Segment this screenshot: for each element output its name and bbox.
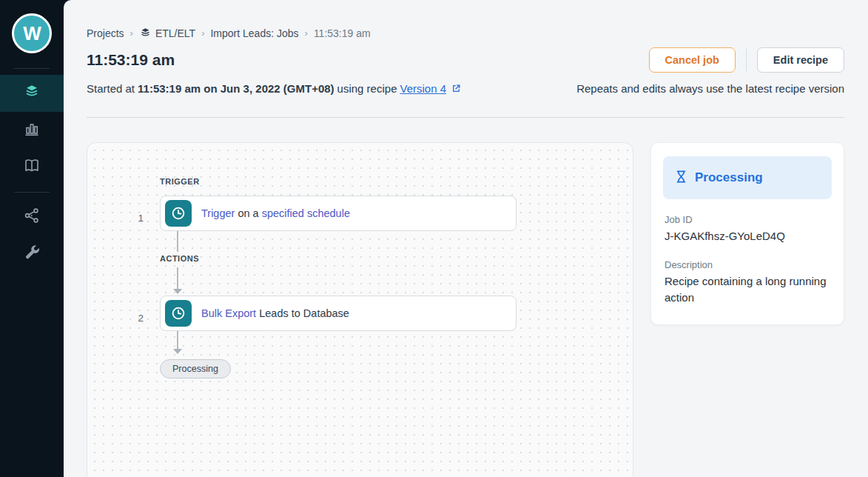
description-value: Recipe containing a long running action [665, 273, 830, 306]
book-icon [23, 157, 41, 178]
bar-chart-icon [23, 120, 41, 141]
connector-line [177, 267, 178, 289]
recipe-version-link[interactable]: Version 4 [400, 82, 446, 95]
arrow-down-icon [173, 349, 182, 354]
trigger-section-label: TRIGGER [160, 177, 200, 186]
job-status-banner: Processing [663, 156, 832, 199]
job-id-value: J-KGAKfhsz-GYoLeD4Q [665, 228, 830, 244]
job-details-panel: Processing Job ID J-KGAKfhsz-GYoLeD4Q De… [650, 142, 844, 325]
chevron-right-icon: › [130, 27, 133, 39]
action-step-text: Bulk Export Leads to Database [201, 307, 349, 319]
breadcrumb: Projects › ETL/ELT › Import Leads: Jobs … [87, 0, 844, 39]
job-start-info: Started at 11:53:19 am on Jun 3, 2022 (G… [87, 82, 461, 95]
connector-line [177, 331, 178, 349]
button-divider [746, 49, 747, 71]
breadcrumb-etl-elt[interactable]: ETL/ELT [139, 27, 195, 39]
breadcrumb-projects[interactable]: Projects [87, 27, 124, 39]
job-status-text: Processing [695, 170, 763, 185]
hourglass-icon [675, 170, 687, 187]
sidebar-item-library[interactable] [0, 149, 64, 186]
app-logo-letter: W [23, 22, 41, 45]
chevron-right-icon: › [305, 27, 308, 39]
step-number-2: 2 [130, 313, 144, 324]
sidebar-item-dashboard[interactable] [0, 112, 64, 149]
recipe-canvas: TRIGGER 1 Trigger on a specified schedul… [87, 142, 633, 477]
started-at-datetime: 11:53:19 am on Jun 3, 2022 (GMT+08) [138, 82, 334, 95]
edit-recipe-button[interactable]: Edit recipe [757, 47, 844, 73]
arrow-down-icon [173, 289, 182, 294]
app-logo[interactable]: W [12, 13, 52, 53]
step-status-pill: Processing [160, 359, 231, 378]
breadcrumb-import-leads-jobs[interactable]: Import Leads: Jobs [210, 27, 298, 39]
clock-icon [165, 200, 192, 227]
started-at-text: Started at [87, 82, 135, 95]
share-nodes-icon [23, 207, 41, 227]
connector-line [177, 231, 178, 252]
cancel-job-button[interactable]: Cancel job [649, 47, 736, 73]
clock-icon [165, 300, 192, 327]
layers-icon [139, 27, 152, 39]
sidebar-item-connections[interactable] [0, 199, 64, 236]
action-step-card[interactable]: Bulk Export Leads to Database [160, 296, 517, 331]
recipe-version-note: Repeats and edits always use the latest … [576, 82, 844, 95]
breadcrumb-current-job: 11:53:19 am [314, 27, 371, 39]
chevron-right-icon: › [201, 27, 204, 39]
description-label: Description [665, 259, 830, 270]
sidebar-item-tools[interactable] [0, 236, 64, 273]
header-divider [87, 117, 844, 118]
trigger-step-text: Trigger on a specified schedule [201, 207, 350, 219]
layers-icon [23, 83, 41, 104]
external-link-icon[interactable] [451, 84, 461, 93]
content-area: Projects › ETL/ELT › Import Leads: Jobs … [64, 0, 868, 477]
step-number-1: 1 [130, 213, 144, 224]
actions-section-label: ACTIONS [160, 254, 199, 263]
sidebar-divider-top [14, 68, 50, 69]
sidebar: W [0, 0, 64, 477]
wrench-icon [23, 244, 41, 264]
using-recipe-text: using recipe [337, 82, 397, 95]
page-title: 11:53:19 am [87, 51, 175, 69]
trigger-step-card[interactable]: Trigger on a specified schedule [160, 196, 517, 231]
job-id-label: Job ID [665, 214, 830, 225]
sidebar-divider-bottom [14, 192, 50, 193]
sidebar-item-projects[interactable] [0, 75, 64, 112]
